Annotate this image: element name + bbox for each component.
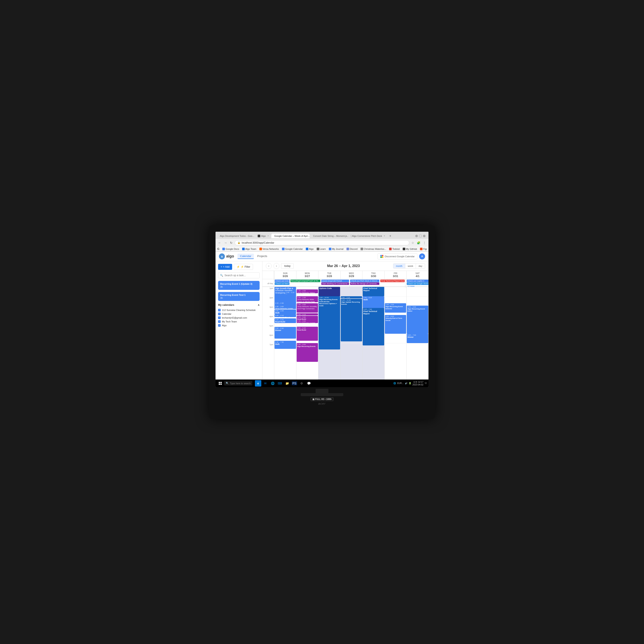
taskbar-app-ie[interactable]: e bbox=[255, 380, 261, 387]
new-tab-button[interactable]: + bbox=[388, 233, 393, 239]
nav-item-calendar[interactable]: Calendar bbox=[237, 254, 254, 259]
event-versa-update2[interactable]: 2:30 – 3:00 Versa Networks Update... bbox=[275, 305, 296, 309]
event-versa-datasheets[interactable]: 1:45 – 2:15 Versa Networks Datasheets bbox=[285, 291, 296, 294]
event-versa-videos[interactable]: 1:30 – 2:00 Versa Networks Videos Page bbox=[297, 289, 318, 293]
sidebar-event-card[interactable]: Recurring Event 1 (Update 3) 3h bbox=[218, 281, 260, 290]
bookmark-item[interactable]: My GitHub bbox=[401, 247, 418, 251]
search-input[interactable] bbox=[224, 274, 258, 277]
event-final-report-thu2[interactable]: 3:15 – 7:00 Final Technical Report bbox=[363, 308, 384, 345]
event-velocity[interactable]: 4:00 – 6:00 Velocity End of Term Social bbox=[385, 315, 406, 334]
taskbar-app-vscode[interactable]: ⌨ bbox=[277, 380, 283, 387]
day-column-fri[interactable]: 2:45 – 4:00 Algo Recurring Event Selecto… bbox=[384, 287, 407, 379]
event-final-report-thu[interactable]: Final Technical Report bbox=[363, 287, 384, 296]
event-read-build-sun[interactable]: 4:15 – 5:00 Read Build bbox=[275, 318, 296, 323]
event-algo-update-wed[interactable]: 2:15 – 11:00 Algo Update Recurring Event… bbox=[341, 299, 362, 341]
event-versa-wiki[interactable]: 4:30 – 5:00 Versa Networks Update Wiki bbox=[297, 320, 318, 323]
next-week-button[interactable]: › bbox=[273, 263, 279, 269]
browser-tab-tab4[interactable]: Convert Date String – Moment.js... × bbox=[310, 234, 348, 238]
all-day-event[interactable]: Refine the design of Cornersto... bbox=[350, 282, 379, 285]
back-button[interactable]: ← bbox=[217, 241, 222, 245]
all-day-event[interactable]: Check out Google Workspace /... bbox=[407, 282, 428, 285]
event-algo-recurring-editor[interactable]: 3:00 – 6:00 Algo Recurring Event Editor bbox=[407, 306, 428, 334]
event-algo-recurring-wed1[interactable]: 2:00 – 2:15 Algo Recurring Events bbox=[341, 296, 362, 298]
browser-tab-tab3[interactable]: Google Calendar – Week of Apri... × bbox=[271, 234, 310, 238]
minimize-button[interactable] bbox=[415, 235, 418, 237]
event-read-mon[interactable]: 4:00 – 4:15 bbox=[297, 313, 318, 315]
taskbar-notification-icon[interactable]: 🗨 bbox=[425, 382, 427, 384]
taskbar-app-settings[interactable]: ⚙ bbox=[298, 380, 305, 387]
calendar-item[interactable]: ✓ My Tech Team bbox=[218, 320, 260, 323]
all-day-event[interactable]: Check out Copilot X bbox=[407, 280, 428, 282]
add-button[interactable]: + + Add bbox=[218, 264, 232, 270]
day-column-thu[interactable]: Final Technical Report 2:00 – 3:15 Walk … bbox=[362, 287, 384, 379]
event-algo-growth2[interactable]: 3:45 – 4:15 Algo Growth Plan &... bbox=[275, 314, 296, 317]
close-button[interactable] bbox=[423, 235, 425, 237]
event-versa-update[interactable]: 2:15 – 2:30 bbox=[275, 302, 296, 305]
event-dinner-sun[interactable]: 5:00 – 6:30 Dinner bbox=[275, 327, 296, 339]
taskbar-app-discord[interactable]: 💬 bbox=[306, 380, 312, 387]
bookmark-item[interactable]: Algo Team bbox=[241, 247, 258, 251]
event-read-build-mon2[interactable]: 5:00 – 6:45 Read Build bbox=[297, 327, 318, 341]
bookmark-item[interactable]: Algo bbox=[305, 247, 315, 251]
all-day-event[interactable]: Check-out Pitch Deck in Discor... bbox=[350, 280, 379, 282]
browser-tab-tab2[interactable]: Algo × bbox=[256, 234, 271, 238]
all-day-event[interactable]: Check out Cron bbox=[275, 280, 289, 282]
bookmark-item[interactable]: Google Docs bbox=[221, 247, 240, 251]
calendar-checkbox[interactable]: ✓ bbox=[218, 313, 221, 315]
day-column-tue[interactable]: Options Code 2:00 – 10:00 Algo Recurring… bbox=[318, 287, 340, 379]
browser-tab-tab1[interactable]: Algo Development Todos - Goo... × bbox=[217, 234, 255, 238]
calendars-collapse-icon[interactable]: ∧ bbox=[258, 303, 260, 306]
event-algo-recurring-mon[interactable]: 6:45 – 9:00 Algo Recurring Events bbox=[297, 343, 318, 362]
calendar-checkbox[interactable]: ✓ bbox=[218, 309, 221, 311]
sidebar-event-card[interactable]: Recurring Event Test 1 3h bbox=[218, 292, 260, 301]
taskbar-app-mail[interactable]: ✉ bbox=[262, 380, 269, 387]
reload-button[interactable]: ↻ bbox=[229, 241, 233, 245]
calendar-item[interactable]: ✓ 112 Sunview Cleaning Schedule bbox=[218, 308, 260, 312]
maximize-button[interactable] bbox=[419, 235, 422, 237]
bookmark-item[interactable]: Christmas Waterloo... bbox=[359, 247, 387, 251]
event-algo-recurring-tue[interactable]: 2:00 – 10:00 Algo Recurring Events FullC… bbox=[319, 296, 340, 349]
browser-tab-tab5[interactable]: Algo Cornerstone Pitch Deck × bbox=[349, 234, 387, 238]
menu-button[interactable]: ⋮ bbox=[422, 241, 427, 245]
bookmark-item[interactable]: My Journal bbox=[328, 247, 345, 251]
today-button[interactable]: today bbox=[281, 263, 294, 269]
tab-close-button[interactable]: × bbox=[267, 235, 269, 237]
all-day-event[interactable]: Recycling/Compost/Trash at Ho... bbox=[290, 280, 320, 282]
calendar-checkbox[interactable]: ✓ bbox=[218, 320, 221, 323]
bookmark-item[interactable]: Versa Networks bbox=[258, 247, 280, 251]
windows-start-button[interactable] bbox=[217, 380, 223, 386]
day-column-sun[interactable]: Algo Growth Plan & Scheduler Algorithm S… bbox=[274, 287, 296, 379]
event-versa-versatility[interactable]: 2:45 – 4:00 Versa Networks Versatility 2… bbox=[297, 303, 318, 313]
taskbar-app-explorer[interactable]: 📁 bbox=[284, 380, 290, 387]
calendar-checkbox[interactable]: ✓ bbox=[218, 324, 221, 327]
all-day-event[interactable]: Quest Drop/Add Period bbox=[321, 280, 349, 282]
taskbar-app-powershell[interactable]: PS bbox=[291, 380, 298, 387]
bookmark-item[interactable]: Discord bbox=[345, 247, 359, 251]
user-avatar[interactable]: A bbox=[419, 253, 425, 259]
event-walk-sun[interactable]: 3:00 – 3:45 Walk bbox=[275, 309, 296, 314]
bookmark-item[interactable]: Todoist bbox=[388, 247, 401, 251]
tab-close-button[interactable]: × bbox=[384, 235, 385, 237]
all-day-event[interactable]: Final Technical Report Due bbox=[380, 280, 405, 282]
event-dinner-sat[interactable]: 6:00 – 7:00 Dinner bbox=[407, 334, 428, 343]
day-column-sat[interactable]: 3:00 – 6:00 Algo Recurring Event Editor … bbox=[406, 287, 428, 379]
view-btn-day[interactable]: day bbox=[416, 264, 425, 268]
extensions-button[interactable]: 🧩 bbox=[416, 241, 421, 245]
previous-week-button[interactable]: ‹ bbox=[266, 263, 272, 269]
address-bar[interactable]: 🔒 localhost:3000/app/Calendar bbox=[235, 240, 409, 245]
event-walk-thu[interactable]: 2:00 – 3:15 Walk bbox=[363, 296, 384, 308]
event-options-code[interactable]: Options Code bbox=[319, 287, 340, 296]
all-day-event[interactable]: Start Working on Cornerstone I bbox=[321, 282, 349, 285]
disconnect-google-calendar-button[interactable]: Disconnect Google Calendar bbox=[378, 253, 417, 259]
view-btn-week[interactable]: week bbox=[405, 264, 416, 268]
bookmark-item[interactable]: Learn bbox=[315, 247, 327, 251]
calendar-item[interactable]: ✓ Algo bbox=[218, 323, 260, 327]
event-walk-sun2[interactable]: 6:30 – 7:30 Walk bbox=[275, 341, 296, 349]
nav-item-projects[interactable]: Projects bbox=[255, 254, 270, 259]
bookmark-item[interactable]: Figma bbox=[419, 247, 427, 251]
all-day-event[interactable]: Check out Mem bbox=[275, 282, 289, 285]
bookmark-star-button[interactable]: ☆ bbox=[411, 241, 415, 245]
calendar-item[interactable]: ✓ techandy42@gmail.com bbox=[218, 316, 260, 320]
event-versa-white[interactable]: 2:00 – 2:45 Versa Networks White Papers … bbox=[297, 296, 318, 302]
day-column-wed[interactable]: 2:00 – 2:15 Algo Recurring Events 2:15 –… bbox=[340, 287, 362, 379]
